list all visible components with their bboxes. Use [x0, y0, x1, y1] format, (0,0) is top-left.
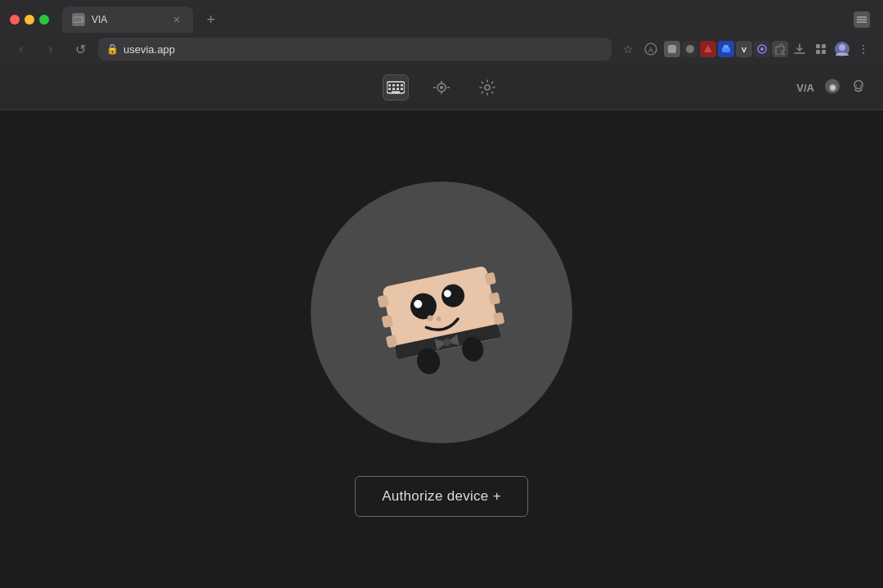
authorize-device-button[interactable]: Authorize device + [355, 476, 528, 517]
traffic-lights [10, 15, 49, 25]
settings-tab-icon[interactable] [474, 74, 500, 101]
keyboard-tab-icon[interactable] [383, 74, 409, 101]
svg-rect-6 [79, 20, 81, 22]
svg-rect-2 [77, 18, 78, 20]
bookmark-star-icon[interactable]: ☆ [618, 39, 638, 59]
svg-rect-0 [74, 16, 83, 23]
browser-tab[interactable]: VIA × [62, 7, 193, 33]
profiles-icon[interactable] [811, 39, 831, 59]
profile-avatar[interactable] [832, 39, 852, 59]
svg-rect-33 [397, 88, 399, 91]
url-text: usevia.app [123, 43, 175, 56]
svg-rect-27 [388, 84, 391, 87]
address-bar[interactable]: 🔒 usevia.app [98, 38, 612, 61]
svg-rect-30 [401, 84, 403, 87]
svg-point-47 [860, 85, 862, 87]
forward-button[interactable]: › [39, 38, 62, 61]
svg-point-46 [856, 85, 858, 87]
svg-rect-21 [822, 44, 826, 48]
mascot-container [311, 182, 572, 443]
main-content: Authorize device + [0, 110, 883, 588]
ext-4[interactable] [718, 41, 734, 57]
minimize-traffic-light[interactable] [25, 15, 34, 25]
svg-point-19 [760, 47, 764, 51]
reload-button[interactable]: ↺ [69, 38, 92, 61]
svg-rect-4 [74, 20, 76, 22]
ext-2[interactable] [682, 41, 698, 57]
svg-rect-32 [392, 88, 395, 91]
via-logo-text: V/A [796, 82, 814, 94]
discord-link[interactable]: ◉ [824, 79, 840, 97]
svg-rect-22 [816, 50, 820, 54]
back-button[interactable]: ‹ [10, 38, 33, 61]
svg-rect-16 [724, 45, 728, 48]
chrome-menu-dots[interactable]: ⋮ [854, 39, 873, 59]
header-right: V/A ◉ [796, 79, 867, 97]
fullscreen-traffic-light[interactable] [39, 15, 49, 25]
keyboard-mascot [352, 231, 531, 394]
svg-text:◉: ◉ [829, 83, 836, 92]
new-tab-button[interactable]: + [199, 8, 222, 31]
svg-rect-29 [397, 84, 399, 87]
svg-point-25 [839, 44, 845, 51]
ext-5[interactable]: V [736, 41, 752, 57]
svg-rect-1 [74, 18, 76, 20]
chrome-menu-icon[interactable] [854, 11, 870, 28]
ext-6[interactable] [754, 41, 770, 57]
tab-bar: VIA × + [0, 0, 883, 33]
tab-favicon [72, 13, 85, 26]
svg-rect-31 [388, 88, 391, 91]
svg-rect-12 [668, 45, 676, 53]
close-traffic-light[interactable] [10, 15, 20, 25]
lock-icon: 🔒 [106, 43, 119, 55]
layout-tab-icon[interactable] [428, 74, 455, 101]
svg-rect-5 [77, 20, 78, 22]
svg-rect-34 [401, 88, 403, 91]
ext-1[interactable] [664, 41, 680, 57]
download-icon[interactable] [790, 39, 809, 59]
svg-rect-35 [392, 92, 400, 93]
svg-point-42 [485, 85, 490, 90]
ext-3[interactable] [700, 41, 716, 57]
svg-point-13 [686, 45, 694, 53]
github-link[interactable] [850, 79, 867, 97]
reading-mode-icon[interactable]: A [641, 39, 661, 59]
svg-point-41 [440, 86, 443, 89]
svg-text:A: A [648, 46, 653, 54]
browser-actions: ☆ A V [618, 39, 873, 59]
tab-close-button[interactable]: × [170, 13, 183, 26]
svg-marker-14 [704, 45, 712, 52]
svg-rect-3 [79, 18, 81, 20]
address-bar-row: ‹ › ↺ 🔒 usevia.app ☆ A [0, 33, 883, 65]
svg-text:V: V [742, 46, 746, 54]
svg-rect-28 [392, 84, 395, 87]
svg-rect-23 [822, 50, 826, 54]
extension-icons: V ⋮ [664, 39, 873, 59]
ext-puzzle[interactable] [772, 41, 788, 57]
browser-chrome: VIA × + ‹ › ↺ 🔒 usevia.app ☆ A [0, 0, 883, 65]
svg-point-45 [854, 81, 863, 89]
tab-title: VIA [92, 14, 164, 25]
svg-rect-20 [816, 44, 820, 48]
app-header: V/A ◉ [0, 65, 883, 110]
